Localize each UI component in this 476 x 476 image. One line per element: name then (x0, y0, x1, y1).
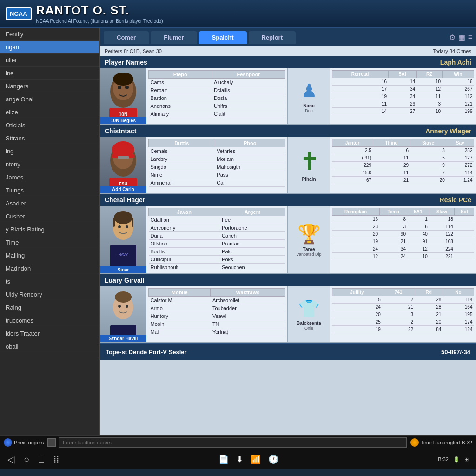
section-cheral-hager: Cheral Hager Resic PCe (100, 194, 476, 274)
player-section-3: NAVY Sinar Javan Argem (100, 206, 476, 274)
sidebar-item-asadler[interactable]: Asadler (0, 197, 99, 210)
svg-point-2 (118, 86, 121, 89)
tab-replort[interactable]: Replort (249, 31, 296, 44)
sidebar-item-ing[interactable]: ing (0, 145, 99, 158)
table-row: MooinTN (149, 320, 285, 328)
home-button[interactable]: ○ (24, 454, 29, 465)
table-row: 242128164 (332, 304, 474, 311)
grid-icon[interactable]: ▦ (458, 33, 465, 42)
sidebar-item-fentily[interactable]: Fentily (0, 28, 99, 41)
recents-button[interactable]: □ (39, 454, 44, 465)
section-header-cheral-hager: Cheral Hager (100, 194, 288, 206)
sidebar-item-tlungs[interactable]: Tlungs (0, 184, 99, 197)
top-title-block: RANTOT O. ST. NCAA Peciend Al Fotune, (I… (36, 3, 470, 24)
table-row: Calstor MArchsoroliet (149, 297, 285, 304)
bottom-left-text: Tope-st Dende Port-V Sesler (106, 349, 187, 356)
sidebar-item-nangers[interactable]: Nangers (0, 80, 99, 93)
table-row: 209040122 (332, 231, 474, 238)
sys-checkbox[interactable] (47, 438, 56, 447)
table-row: 142710199 (332, 108, 474, 115)
battery-icon: 🔋 (453, 456, 460, 463)
menu-icon[interactable]: ≡ (468, 33, 472, 42)
cross-icon: ✝ (300, 149, 318, 175)
section-header-row-4: Luary Girvall (100, 274, 476, 286)
sidebar-item-uller[interactable]: uller (0, 54, 99, 67)
table-row: AminchallCail (149, 179, 285, 187)
breadcrumb-right: Todary 34 Chnes (433, 48, 471, 54)
sidebar-item-time[interactable]: Time (0, 236, 99, 249)
col-feshpoor: Feshpoor (212, 71, 285, 79)
sidebar-item-ange-onal[interactable]: ange Onal (0, 93, 99, 106)
system-bar: Pheis riogers Time Ranprogted B:32 (0, 435, 476, 449)
sidebar-item-ntony[interactable]: ntony (0, 158, 99, 171)
col-thing: Thing (373, 139, 410, 147)
sidebar-item-oball[interactable]: oball (0, 340, 99, 353)
menu-button[interactable]: ⁞⁞ (53, 454, 59, 465)
section-header-row-2: Chistntact Annery Wlager (100, 125, 476, 137)
section-header-player-names: Player Names (100, 56, 288, 68)
app-subtitle: NCAA Peciend Al Fotune, (Ilturlons an Bo… (36, 19, 470, 24)
tab-icons: ⚙ ▦ ≡ (449, 33, 472, 42)
sidebar-item-truccomes[interactable]: truccomes (0, 314, 99, 327)
col-tema: Tema (379, 208, 407, 216)
table-row: LarcbryMorlam (149, 155, 285, 163)
section-header-row-3: Cheral Hager Resic PCe (100, 194, 476, 206)
sidebar-item-malling[interactable]: Malling (0, 249, 99, 262)
sidebar-item-raing[interactable]: Raing (0, 301, 99, 314)
col-5a1: 5A1 (407, 208, 429, 216)
sidebar-item-uldy-rendory[interactable]: Uldy Rendory (0, 288, 99, 301)
wifi-icon: 📶 (251, 454, 261, 464)
sidebar-item-riatls-rating[interactable]: y Riatls Rating (0, 223, 99, 236)
table-row: CullicipulPoks (149, 256, 285, 264)
stats-grid-3: Rennplam Tema 5A1 Slaw Sol 168118 233611… (330, 206, 476, 273)
table-row: OllstionPrantan (149, 240, 285, 248)
back-button[interactable]: ◁ (7, 454, 14, 465)
player-photo-4: Szndar Havill (100, 286, 146, 342)
tab-spaicht[interactable]: Spaicht (199, 31, 247, 44)
award-area-3: 🏆 Taree Vanoated Dip (288, 206, 330, 273)
table-row: NimePass (149, 171, 285, 179)
breadcrumb-bar: Periters 8r C1D, Sean 30 Todary 34 Chnes (100, 46, 476, 56)
svg-text:10N: 10N (119, 112, 127, 117)
tab-flumer[interactable]: Flumer (151, 31, 197, 44)
sidebar-item-sttrans[interactable]: Sttrans (0, 132, 99, 145)
sidebar: Fentily ngan uller ine Nangers ange Onal… (0, 28, 100, 435)
svg-point-18 (126, 225, 128, 228)
table-row: (t91)115127 (332, 154, 474, 162)
section-header-resic-pce: Resic PCe (288, 194, 476, 206)
sys-search-input[interactable] (59, 437, 407, 448)
sidebar-item-lders-traater[interactable]: lders Traater (0, 327, 99, 340)
player-right-4: 👕 Baicksenta Onle Julfity 741 Rd No (288, 286, 476, 342)
table-row: 20321195 (332, 311, 474, 318)
sidebar-item-ngan[interactable]: ngan (0, 41, 99, 54)
svg-point-25 (118, 305, 121, 308)
sidebar-item-ine[interactable]: ine (0, 67, 99, 80)
sidebar-item-james[interactable]: James (0, 171, 99, 184)
ncaa-logo: NCAA (6, 7, 32, 20)
col-argem: Argem (220, 208, 285, 216)
player-photo-2: FSU Add Cario (100, 137, 146, 193)
sidebar-item-ts[interactable]: ts (0, 275, 99, 288)
table-row: AndnansUnifrs (149, 102, 285, 110)
sidebar-item-cusher[interactable]: Cusher (0, 210, 99, 223)
android-nav-buttons: ◁ ○ □ ⁞⁞ (7, 454, 59, 465)
award-name-2: Pihain (302, 177, 316, 182)
bottom-status-bar: Tope-st Dende Port-V Sesler 50-897/-34 (100, 343, 476, 360)
clock-icon: 🕐 (268, 454, 278, 464)
android-center-icons: 📄 ⬇ 📶 🕐 (218, 454, 278, 464)
table-row: 192284124 (332, 326, 474, 333)
award-sub-4: Onle (304, 326, 313, 331)
settings-icon[interactable]: ⚙ (449, 33, 456, 42)
sidebar-item-otlcials[interactable]: Otlcials (0, 119, 99, 132)
svg-text:FSU: FSU (119, 181, 127, 186)
sidebar-item-madndon[interactable]: Madndon (0, 262, 99, 275)
svg-point-17 (118, 225, 121, 228)
sidebar-item-elize[interactable]: elize (0, 106, 99, 119)
player-stats-3: Javan Argem CdaltionFee AerconerryPortor… (146, 206, 287, 273)
svg-rect-13 (118, 156, 129, 159)
tab-comer[interactable]: Comer (104, 31, 149, 44)
table-row: 192191108 (332, 238, 474, 245)
player-section-1: 10N 10N Begles Piepo Feshpoor (100, 68, 476, 125)
table-row: RublisbhoultSeouchen (149, 264, 285, 271)
col-no: No (443, 289, 474, 296)
